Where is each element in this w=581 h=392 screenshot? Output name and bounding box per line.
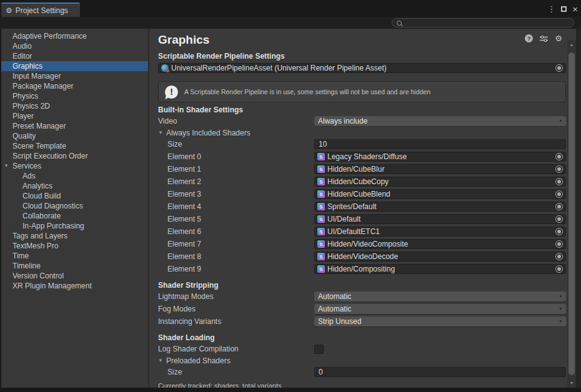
search-input[interactable]	[392, 18, 574, 27]
sidebar-item-collaborate[interactable]: Collaborate	[1, 211, 148, 221]
close-icon[interactable]: ×	[572, 4, 578, 14]
window-menu-icon[interactable]: ⋮	[547, 5, 555, 13]
sidebar-item-input-manager[interactable]: Input Manager	[1, 71, 148, 81]
sidebar-item-time[interactable]: Time	[1, 251, 148, 261]
sidebar-item-scene-template[interactable]: Scene Template	[1, 141, 148, 151]
sidebar-item-physics[interactable]: Physics	[1, 91, 148, 101]
element-9-field[interactable]: SHidden/Compositing	[314, 264, 566, 274]
maximize-icon[interactable]	[561, 6, 567, 12]
shader-loading-heading: Shader Loading	[158, 333, 566, 343]
object-picker-icon[interactable]	[555, 153, 563, 160]
element-row: Element 2SHidden/CubeCopy	[158, 175, 566, 188]
sidebar-item-label: Player	[12, 112, 34, 120]
preloaded-size-input[interactable]: 0	[314, 367, 566, 377]
sidebar-item-label: Physics 2D	[12, 102, 50, 110]
element-2-field[interactable]: SHidden/CubeCopy	[314, 177, 566, 187]
sidebar-item-label: Cloud Diagnostics	[22, 202, 83, 210]
object-picker-icon[interactable]	[555, 203, 563, 210]
sidebar-item-graphics[interactable]: Graphics	[1, 61, 148, 71]
preset-icon[interactable]	[540, 35, 548, 42]
scrollbar-thumb[interactable]	[569, 52, 575, 375]
sidebar-item-cloud-build[interactable]: Cloud Build	[1, 191, 148, 201]
object-picker-icon[interactable]	[555, 190, 563, 198]
instancing-variants-label: Instancing Variants	[158, 317, 314, 326]
always-included-shaders-foldout[interactable]: ▼ Always Included Shaders	[158, 127, 566, 138]
sidebar-item-editor[interactable]: Editor	[1, 51, 148, 61]
object-picker-icon[interactable]	[555, 265, 563, 273]
element-1-field[interactable]: SHidden/CubeBlur	[314, 164, 566, 174]
vertical-scrollbar[interactable]: ▲ ▼	[567, 40, 576, 388]
object-picker-icon[interactable]	[555, 64, 563, 72]
element-6-field[interactable]: SUI/DefaultETC1	[314, 227, 566, 237]
log-shader-compilation-checkbox[interactable]	[314, 345, 324, 354]
element-row: Element 7SHidden/VideoComposite	[158, 238, 566, 250]
fog-modes-dropdown[interactable]: Automatic▼	[314, 304, 566, 314]
object-picker-icon[interactable]	[555, 165, 563, 173]
element-row: Element 9SHidden/Compositing	[158, 263, 566, 275]
foldout-open-icon[interactable]: ▼	[4, 164, 9, 169]
background-window-sliver	[576, 29, 581, 388]
size-value: 10	[319, 140, 327, 149]
element-5-field[interactable]: SUI/Default	[314, 214, 566, 224]
help-icon[interactable]: ?	[525, 34, 533, 42]
gear-icon[interactable]: ⚙	[555, 34, 562, 42]
element-label: Element 6	[158, 227, 314, 236]
sidebar-item-label: Analytics	[22, 182, 52, 190]
sidebar-item-label: Timeline	[12, 262, 41, 270]
sidebar-item-label: Adaptive Performance	[12, 32, 87, 41]
shader-icon: S	[317, 240, 325, 248]
object-picker-icon[interactable]	[555, 215, 563, 223]
dropdown-value: Automatic	[318, 292, 351, 301]
object-picker-icon[interactable]	[555, 240, 563, 248]
element-8-field[interactable]: SHidden/VideoDecode	[314, 252, 566, 262]
sidebar-item-textmesh-pro[interactable]: TextMesh Pro	[1, 241, 148, 251]
sidebar-item-audio[interactable]: Audio	[1, 41, 148, 51]
dropdown-value: Automatic	[318, 305, 351, 313]
object-picker-icon[interactable]	[555, 178, 563, 185]
tab-project-settings[interactable]: ⚙ Project Settings	[1, 2, 80, 17]
scroll-down-icon[interactable]: ▼	[567, 381, 576, 385]
sidebar-item-player[interactable]: Player	[1, 111, 148, 121]
dropdown-value: Strip Unused	[318, 317, 361, 326]
sidebar-item-in-app-purchasing[interactable]: In-App Purchasing	[1, 221, 148, 231]
element-label: Element 3	[158, 190, 314, 198]
sidebar-item-tags-and-layers[interactable]: Tags and Layers	[1, 231, 148, 241]
element-3-field[interactable]: SHidden/CubeBlend	[314, 189, 566, 199]
shader-stripping-heading: Shader Stripping	[158, 280, 566, 290]
sidebar-item-xr-plugin-management[interactable]: XR Plugin Management	[1, 281, 148, 291]
preloaded-shaders-foldout[interactable]: ▼ Preloaded Shaders	[158, 355, 566, 366]
shader-icon: S	[317, 165, 325, 173]
element-4-field[interactable]: SSprites/Default	[314, 202, 566, 212]
element-0-field[interactable]: SLegacy Shaders/Diffuse	[314, 152, 566, 162]
sidebar-item-quality[interactable]: Quality	[1, 131, 148, 141]
foldout-label: Always Included Shaders	[166, 129, 251, 137]
lightmap-modes-dropdown[interactable]: Automatic▼	[314, 292, 566, 301]
size-input[interactable]: 10	[314, 139, 566, 149]
srp-asset-field[interactable]: UniversalRenderPipelineAsset (Universal …	[158, 63, 566, 73]
sidebar-item-timeline[interactable]: Timeline	[1, 261, 148, 271]
element-7-field[interactable]: SHidden/VideoComposite	[314, 239, 566, 249]
builtin-shader-settings-heading: Built-in Shader Settings	[158, 105, 566, 115]
sidebar-item-cloud-diagnostics[interactable]: Cloud Diagnostics	[1, 201, 148, 211]
sidebar-item-services[interactable]: ▼Services	[1, 161, 148, 171]
sidebar-item-version-control[interactable]: Version Control	[1, 271, 148, 281]
sidebar-item-package-manager[interactable]: Package Manager	[1, 81, 148, 91]
element-row: Element 8SHidden/VideoDecode	[158, 250, 566, 263]
sidebar-item-physics-2d[interactable]: Physics 2D	[1, 101, 148, 111]
element-value: Hidden/CubeBlur	[327, 165, 384, 174]
object-picker-icon[interactable]	[555, 253, 563, 260]
sidebar-item-label: Scene Template	[12, 142, 66, 150]
sidebar-item-ads[interactable]: Ads	[1, 171, 148, 181]
instancing-variants-dropdown[interactable]: Strip Unused▼	[314, 316, 566, 326]
sidebar-item-preset-manager[interactable]: Preset Manager	[1, 121, 148, 131]
fog-modes-row: Fog Modes Automatic▼	[158, 303, 566, 315]
sidebar-item-adaptive-performance[interactable]: Adaptive Performance	[1, 31, 148, 41]
sidebar-item-script-execution-order[interactable]: Script Execution Order	[1, 151, 148, 161]
sidebar-item-analytics[interactable]: Analytics	[1, 181, 148, 191]
scroll-up-icon[interactable]: ▲	[567, 42, 576, 47]
object-picker-icon[interactable]	[555, 228, 563, 235]
search-toolbar	[0, 17, 581, 29]
window-titlebar: ⚙ Project Settings ⋮ ×	[0, 0, 581, 17]
video-dropdown[interactable]: Always include ▼	[314, 116, 566, 126]
gear-icon: ⚙	[6, 7, 12, 14]
